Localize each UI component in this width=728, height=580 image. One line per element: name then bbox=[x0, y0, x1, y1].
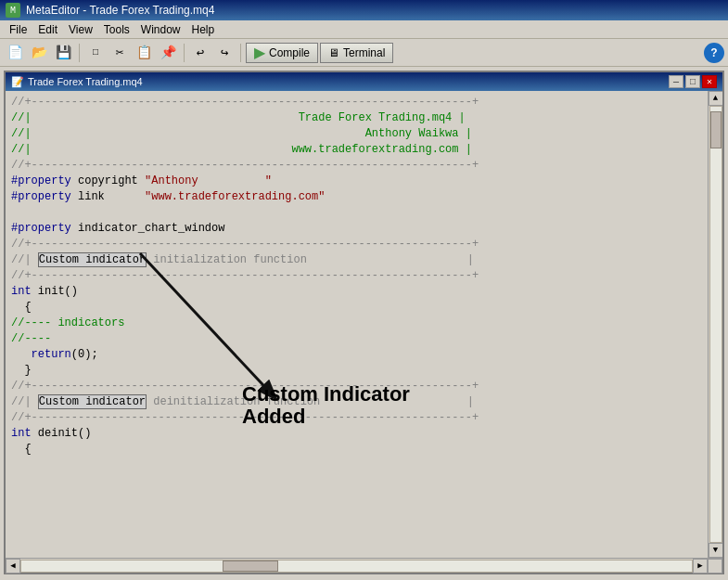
code-line-20: //+-------------------------------------… bbox=[11, 410, 702, 426]
code-line-0: //+-------------------------------------… bbox=[11, 95, 702, 110]
code-line-16: return(0); bbox=[11, 347, 702, 363]
scrollbar-horizontal[interactable]: ◀ ▶ bbox=[6, 558, 722, 573]
doc-close[interactable]: ✕ bbox=[702, 75, 717, 88]
code-line-14: //---- indicators bbox=[11, 316, 702, 331]
scrollbar-vertical[interactable]: ▲ ▼ bbox=[708, 91, 722, 558]
compile-icon: ▶ bbox=[254, 44, 265, 61]
code-line-17: } bbox=[11, 363, 702, 379]
scroll-track-h[interactable] bbox=[20, 560, 693, 573]
menu-file[interactable]: File bbox=[4, 22, 32, 37]
scroll-thumb-h[interactable] bbox=[223, 561, 278, 572]
menu-help[interactable]: Help bbox=[186, 22, 221, 37]
code-line-3: //| www.tradeforextrading.com | bbox=[11, 142, 702, 158]
scroll-right-button[interactable]: ▶ bbox=[693, 559, 708, 574]
menu-tools[interactable]: Tools bbox=[98, 22, 135, 37]
toolbar-sep2 bbox=[184, 44, 185, 62]
toolbar-open[interactable]: 📂 bbox=[28, 43, 50, 63]
code-line-1: //| Trade Forex Trading.mq4 | bbox=[11, 110, 702, 126]
toolbar-save[interactable]: 💾 bbox=[52, 43, 74, 63]
code-line-10: //| Custom indicator initialization func… bbox=[11, 252, 702, 268]
code-area-container: //+-------------------------------------… bbox=[6, 91, 722, 558]
doc-minimize[interactable]: — bbox=[669, 75, 683, 88]
scroll-down-button[interactable]: ▼ bbox=[709, 543, 723, 558]
toolbar-copy[interactable]: 📋 bbox=[133, 43, 155, 63]
code-line-6: #property link "www.tradeforextrading.co… bbox=[11, 189, 702, 205]
code-line-blank bbox=[11, 205, 702, 221]
code-line-21: int deinit() bbox=[11, 426, 702, 442]
toolbar-redo[interactable]: ↪ bbox=[213, 43, 236, 63]
scroll-up-button[interactable]: ▲ bbox=[709, 91, 723, 106]
app-icon: M bbox=[6, 3, 20, 18]
app-title: MetaEditor - Trade Forex Trading.mq4 bbox=[26, 4, 722, 17]
code-line-12: int init() bbox=[11, 284, 702, 300]
toolbar-sep1 bbox=[79, 44, 80, 62]
code-line-18: //+-------------------------------------… bbox=[11, 379, 702, 394]
toolbar: 📄 📂 💾 □ ✂ 📋 📌 ↩ ↪ ▶ Compile 🖥 Terminal ? bbox=[0, 39, 728, 67]
code-editor[interactable]: //+-------------------------------------… bbox=[6, 91, 708, 558]
toolbar-cut[interactable]: ✂ bbox=[109, 43, 131, 63]
menu-bar: File Edit View Tools Window Help bbox=[0, 20, 728, 39]
terminal-button[interactable]: 🖥 Terminal bbox=[320, 43, 393, 63]
toolbar-new2[interactable]: □ bbox=[84, 43, 107, 63]
compile-button[interactable]: ▶ Compile bbox=[246, 43, 318, 63]
menu-window[interactable]: Window bbox=[135, 22, 186, 37]
compile-label: Compile bbox=[269, 46, 310, 59]
custom-indicator-box-2: Custom indicator bbox=[38, 394, 147, 409]
app-title-bar: M MetaEditor - Trade Forex Trading.mq4 bbox=[0, 0, 728, 20]
code-line-8: #property indicator_chart_window bbox=[11, 221, 702, 237]
code-line-13: { bbox=[11, 300, 702, 316]
terminal-icon: 🖥 bbox=[328, 46, 339, 59]
code-line-19: //| Custom indicator deinitialization fu… bbox=[11, 394, 702, 410]
code-line-9: //+-------------------------------------… bbox=[11, 237, 702, 252]
scroll-left-button[interactable]: ◀ bbox=[6, 559, 20, 574]
doc-title-bar: 📝 Trade Forex Trading.mq4 — □ ✕ bbox=[6, 72, 722, 91]
terminal-label: Terminal bbox=[343, 46, 385, 59]
document-window: 📝 Trade Forex Trading.mq4 — □ ✕ //+-----… bbox=[4, 71, 724, 574]
code-line-4: //+-------------------------------------… bbox=[11, 158, 702, 174]
code-line-11: //+-------------------------------------… bbox=[11, 268, 702, 284]
doc-maximize[interactable]: □ bbox=[685, 75, 700, 88]
help-button[interactable]: ? bbox=[704, 43, 724, 63]
toolbar-undo[interactable]: ↩ bbox=[189, 43, 211, 63]
toolbar-sep3 bbox=[240, 44, 241, 62]
code-line-15: //---- bbox=[11, 331, 702, 347]
scroll-corner bbox=[708, 559, 722, 574]
doc-controls: — □ ✕ bbox=[669, 75, 717, 88]
toolbar-new[interactable]: 📄 bbox=[4, 43, 26, 63]
menu-view[interactable]: View bbox=[63, 22, 98, 37]
scroll-thumb-v[interactable] bbox=[710, 111, 722, 148]
custom-indicator-box-1: Custom indicator bbox=[38, 252, 147, 267]
scroll-track-v[interactable] bbox=[709, 106, 722, 543]
code-line-2: //| Anthony Waikwa | bbox=[11, 126, 702, 142]
doc-title: Trade Forex Trading.mq4 bbox=[28, 76, 665, 87]
toolbar-paste[interactable]: 📌 bbox=[157, 43, 179, 63]
code-line-22: { bbox=[11, 442, 702, 458]
code-line-5: #property copyright "Anthony " bbox=[11, 174, 702, 189]
menu-edit[interactable]: Edit bbox=[32, 22, 63, 37]
doc-icon: 📝 bbox=[11, 76, 24, 88]
